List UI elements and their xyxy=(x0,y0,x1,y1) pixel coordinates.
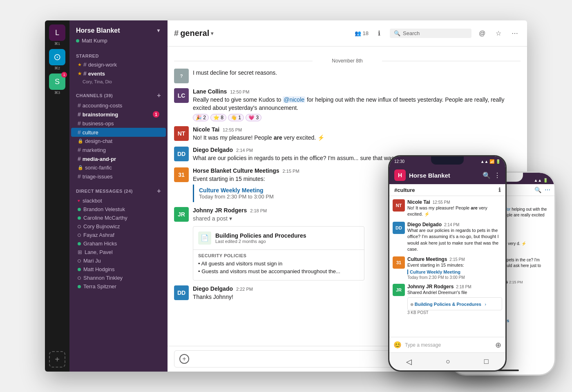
dm-lane-pavel[interactable]: ⊞ Lane, Pavel xyxy=(71,248,166,256)
shared-post: 📄 Building Policies and Procedures Last … xyxy=(193,226,364,281)
slackbot-heart-icon: ♥ xyxy=(78,198,80,203)
android-event-link[interactable]: Culture Weekly Meeting xyxy=(407,270,502,274)
lock-icon: 🔒 xyxy=(78,165,83,170)
dm-matt[interactable]: Matt Hodgins xyxy=(71,265,166,274)
dm-graham[interactable]: Graham Hicks xyxy=(71,239,166,248)
ios-more-icon[interactable]: ⋯ xyxy=(545,187,550,193)
add-dm-button[interactable]: + xyxy=(157,187,161,195)
channel-name: media-and-pr xyxy=(83,156,116,162)
channel-accounting-costs[interactable]: # accounting-costs xyxy=(71,101,166,110)
ios-header-icons: 🔍 ⋯ xyxy=(534,187,550,193)
channel-dropdown-arrow[interactable]: ▾ xyxy=(211,31,213,36)
add-workspace-button[interactable]: + xyxy=(49,351,65,368)
reactions-lane: 🎉 2 ⭐ 8 👋 1 💗 3 xyxy=(193,114,521,121)
more-button[interactable]: ⋯ xyxy=(509,28,521,39)
android-phone-container: 12:30 ▲▲ 📶 🔋 H 2+ Horse Blanket 🔍 ⋮ #cul… xyxy=(388,155,507,372)
android-screen: 12:30 ▲▲ 📶 🔋 H 2+ Horse Blanket 🔍 ⋮ #cul… xyxy=(389,156,505,370)
dm-cory[interactable]: Cory Bujnowicz xyxy=(71,222,166,231)
android-shared-title[interactable]: Building Policies & Procedures xyxy=(415,302,481,307)
star-button[interactable]: ☆ xyxy=(493,28,504,39)
starred-channel-design-work[interactable]: ★ # design-work xyxy=(71,60,166,69)
android-emoji-button[interactable]: 😊 xyxy=(393,341,402,349)
dm-status-online xyxy=(78,268,81,271)
dm-shannon[interactable]: Shannon Tinkley xyxy=(71,274,166,282)
dm-name: Graham Hicks xyxy=(83,241,117,247)
message-time-hbcm: 2:15 PM xyxy=(283,169,299,174)
ios-search-icon[interactable]: 🔍 xyxy=(534,187,541,193)
sidebar-user: Matt Kump xyxy=(69,38,168,49)
reaction-wave[interactable]: 👋 1 xyxy=(228,114,244,121)
channel-brainstorming[interactable]: # brainstorming 1 xyxy=(71,110,166,119)
dm-section-header: DIRECT MESSAGES (24) + xyxy=(69,186,168,196)
dm-name: Cory Bujnowicz xyxy=(83,223,120,229)
android-status-bar: 12:30 ▲▲ 📶 🔋 xyxy=(389,156,505,166)
workspace-dropdown-chevron[interactable]: ▼ xyxy=(156,28,161,33)
dm-fayaz[interactable]: Fayaz Ashraf xyxy=(71,231,166,239)
dm-status-online xyxy=(78,285,81,288)
date-divider: November 8th xyxy=(174,58,521,64)
reaction-heart[interactable]: 💗 3 xyxy=(246,114,261,121)
channel-title: # general ▾ xyxy=(174,29,213,38)
shared-post-bullet-2: • Guests and visitors must be accompanie… xyxy=(198,267,359,275)
message-author-hbcm: Horse Blanket Culture Meetings xyxy=(193,167,279,174)
android-more-icon[interactable]: ⋮ xyxy=(494,172,500,179)
android-recent-button[interactable]: □ xyxy=(484,357,489,366)
channel-business-ops[interactable]: # business-ops xyxy=(71,119,166,128)
dm-mari[interactable]: Mari Ju xyxy=(71,256,166,265)
reaction-star[interactable]: ⭐ 8 xyxy=(210,114,226,121)
dm-brandon[interactable]: Brandon Velestuk xyxy=(71,205,166,214)
android-input-placeholder[interactable]: Type a message xyxy=(405,342,492,348)
android-info-icon[interactable]: ℹ xyxy=(498,187,500,193)
input-plus-button[interactable]: + xyxy=(179,354,189,364)
channel-name: design-chat xyxy=(85,138,112,144)
starred-group-meta: Cory, Tina, Dio xyxy=(71,78,166,85)
workspace-3[interactable]: S 1 ⌘3 xyxy=(49,74,65,95)
starred-channel-events[interactable]: ★ # events xyxy=(71,69,166,78)
channel-marketing[interactable]: # marketing xyxy=(71,145,166,154)
android-time: 12:30 xyxy=(394,159,404,164)
reaction-party[interactable]: 🎉 2 xyxy=(193,114,209,121)
members-count[interactable]: 👥 18 xyxy=(355,30,369,36)
channel-name-header: general xyxy=(180,29,209,38)
workspace-name: Horse Blanket xyxy=(76,27,120,34)
avatar-nicole: NT xyxy=(174,126,189,141)
android-workspace-name: Horse Blanket xyxy=(409,172,479,179)
android-avatar-johnny: JR xyxy=(393,284,405,296)
message-author-lane: Lane Collins xyxy=(193,88,227,95)
android-input-plus[interactable]: ⊕ xyxy=(495,341,501,350)
workspace-icon-3[interactable]: S 1 xyxy=(49,74,65,90)
add-channel-button[interactable]: + xyxy=(157,92,161,99)
android-back-button[interactable]: ◁ xyxy=(406,357,412,366)
workspace-2[interactable]: ⊙ ⌘2 xyxy=(49,49,65,70)
dm-terra[interactable]: Terra Spitzner xyxy=(71,282,166,291)
starred-section-header: STARRED xyxy=(69,52,168,60)
avatar-diego: DD xyxy=(174,147,189,161)
android-time-diego: 2:14 PM xyxy=(444,223,459,227)
channel-triage-issues[interactable]: # triage-issues xyxy=(71,172,166,181)
search-box[interactable]: 🔍 Search xyxy=(390,29,471,38)
channels-section-header: CHANNELS (39) + xyxy=(69,90,168,101)
star-icon: ★ xyxy=(78,62,82,67)
android-search-icon[interactable]: 🔍 xyxy=(483,172,491,179)
info-button[interactable]: ℹ xyxy=(373,28,385,39)
shared-post-info: Building Policies and Procedures Last ed… xyxy=(215,232,306,244)
channel-design-chat[interactable]: 🔒 design-chat xyxy=(71,137,166,145)
android-author-hbcm: Culture Meetings xyxy=(407,256,447,262)
dm-caroline[interactable]: Caroline McCarthy xyxy=(71,214,166,222)
workspace-icon-1[interactable]: L xyxy=(49,24,65,41)
workspace-1[interactable]: L ⌘1 xyxy=(49,24,65,46)
event-link[interactable]: Culture Weekly Meeting xyxy=(199,187,360,194)
dm-name: Fayaz Ashraf xyxy=(83,232,114,238)
workspace-icon-2[interactable]: ⊙ xyxy=(49,49,65,65)
at-button[interactable]: @ xyxy=(476,28,488,39)
channel-media-and-pr[interactable]: # media-and-pr xyxy=(71,154,166,163)
channel-culture[interactable]: # culture xyxy=(71,128,166,137)
message-text-nicole: No! It was my pleasure! People are very … xyxy=(193,134,521,142)
channel-sonic-fanfic[interactable]: 🔒 sonic-fanfic xyxy=(71,163,166,172)
members-number: 18 xyxy=(363,30,369,36)
android-home-button[interactable]: ○ xyxy=(446,357,450,366)
hash-icon: # xyxy=(78,120,81,127)
mention-nicole: @nicole xyxy=(283,96,305,103)
message-content-anon: I must decline for secret reasons. xyxy=(193,69,521,83)
dm-slackbot[interactable]: ♥ slackbot xyxy=(71,196,166,205)
